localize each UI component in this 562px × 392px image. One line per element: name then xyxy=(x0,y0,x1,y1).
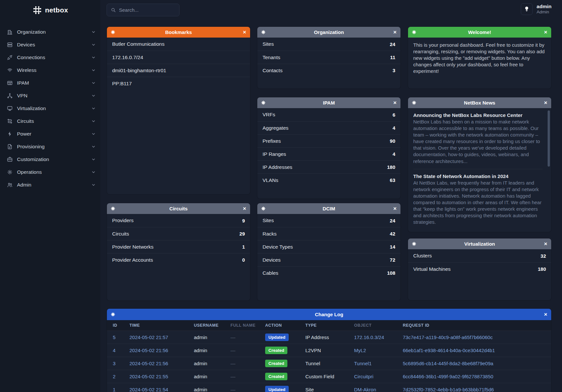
change-time-link[interactable]: 2024-05-02 21:56 xyxy=(129,348,168,353)
stat-value[interactable]: 32 xyxy=(540,253,546,259)
theme-toggle-button[interactable] xyxy=(521,3,533,15)
user-menu[interactable]: admin Admin xyxy=(521,3,552,15)
change-request-id-link[interactable]: 6cc84466-36b1-499f-9a02-9f6278873850 xyxy=(403,374,493,379)
change-request-id-link[interactable]: 66eb1af1-e938-4614-b40a-0ce30442d4b1 xyxy=(403,348,495,353)
stat-value[interactable]: 4 xyxy=(393,151,395,157)
gear-icon[interactable] xyxy=(111,312,115,317)
gear-icon[interactable] xyxy=(111,30,115,34)
bookmark-item[interactable]: PP:B117 xyxy=(107,77,250,90)
sidebar-item-provisioning[interactable]: Provisioning xyxy=(0,140,100,153)
close-icon[interactable]: × xyxy=(393,206,397,211)
change-request-id-link[interactable]: 5c6895d6-cb14-445f-8da2-8be68f79e09a xyxy=(403,361,493,366)
stat-label[interactable]: VLANs xyxy=(263,177,278,183)
gear-icon[interactable] xyxy=(412,242,416,246)
scrollbar-thumb[interactable] xyxy=(548,110,550,167)
gear-icon[interactable] xyxy=(261,101,265,105)
stat-value[interactable]: 72 xyxy=(390,257,395,263)
stat-value[interactable]: 11 xyxy=(390,55,395,60)
stat-label[interactable]: Provider Networks xyxy=(112,244,154,250)
stat-label[interactable]: Sites xyxy=(263,218,274,223)
gear-icon[interactable] xyxy=(412,30,416,34)
stat-value[interactable]: 24 xyxy=(390,218,395,223)
stat-value[interactable]: 24 xyxy=(390,41,395,47)
sidebar-item-power[interactable]: Power xyxy=(0,127,100,140)
sidebar-item-organization[interactable]: Organization xyxy=(0,25,100,38)
close-icon[interactable]: × xyxy=(544,100,547,106)
stat-value[interactable]: 14 xyxy=(390,244,395,250)
stat-value[interactable]: 0 xyxy=(242,257,245,263)
change-object-link[interactable]: Circuitpri xyxy=(354,374,373,379)
stat-value[interactable]: 42 xyxy=(390,231,395,237)
sidebar-item-ipam[interactable]: IPAM xyxy=(0,76,100,89)
sidebar-item-admin[interactable]: Admin xyxy=(0,178,100,191)
close-icon[interactable]: × xyxy=(393,100,397,106)
change-id-link[interactable]: 5 xyxy=(113,335,115,340)
stat-label[interactable]: Providers xyxy=(112,218,133,223)
stat-label[interactable]: Provider Accounts xyxy=(112,257,153,263)
change-id-link[interactable]: 2 xyxy=(113,374,115,379)
close-icon[interactable]: × xyxy=(393,29,397,35)
change-object-link[interactable]: Tunnel1 xyxy=(354,361,372,366)
stat-value[interactable]: 4 xyxy=(393,125,395,131)
change-time-link[interactable]: 2024-05-02 21:54 xyxy=(129,387,168,392)
sidebar-item-customization[interactable]: Customization xyxy=(0,153,100,166)
stat-value[interactable]: 6 xyxy=(393,112,395,118)
stat-value[interactable]: 180 xyxy=(387,164,395,170)
gear-icon[interactable] xyxy=(111,206,115,211)
sidebar-item-connections[interactable]: Connections xyxy=(0,51,100,64)
stat-label[interactable]: Cables xyxy=(263,270,278,276)
sidebar-item-circuits[interactable]: Circuits xyxy=(0,115,100,127)
stat-label[interactable]: Tenants xyxy=(263,55,280,60)
news-article-title[interactable]: Announcing the NetBox Labs Resource Cent… xyxy=(413,112,543,118)
search-input[interactable] xyxy=(119,7,175,13)
stat-value[interactable]: 9 xyxy=(242,218,245,223)
gear-icon[interactable] xyxy=(412,101,416,105)
stat-value[interactable]: 180 xyxy=(538,266,546,272)
stat-label[interactable]: Clusters xyxy=(413,253,432,259)
change-request-id-link[interactable]: 7d2532f0-7852-4ebb-b1a9-b63bbb71f5d6 xyxy=(403,387,494,392)
change-time-link[interactable]: 2024-05-02 21:55 xyxy=(129,374,168,379)
stat-label[interactable]: IP Addresses xyxy=(263,164,292,170)
stat-label[interactable]: Virtual Machines xyxy=(413,266,451,272)
stat-label[interactable]: Sites xyxy=(263,41,274,47)
sidebar-item-operations[interactable]: Operations xyxy=(0,166,100,178)
change-time-link[interactable]: 2024-05-02 21:56 xyxy=(129,361,168,366)
close-icon[interactable]: × xyxy=(544,29,547,35)
change-object-link[interactable]: DM-Akron xyxy=(354,387,376,392)
close-icon[interactable]: × xyxy=(243,29,246,35)
bookmark-item[interactable]: Butler Communications xyxy=(107,38,250,51)
stat-value[interactable]: 90 xyxy=(390,138,395,144)
close-icon[interactable]: × xyxy=(544,241,547,247)
bookmark-item[interactable]: dmi01-binghamton-rtr01 xyxy=(107,64,250,77)
close-icon[interactable]: × xyxy=(243,206,246,211)
sidebar-item-devices[interactable]: Devices xyxy=(0,38,100,51)
change-id-link[interactable]: 3 xyxy=(113,361,115,366)
stat-value[interactable]: 108 xyxy=(387,270,395,276)
news-article-title[interactable]: The State of Network Automation in 2024 xyxy=(413,173,543,179)
stat-label[interactable]: Racks xyxy=(263,231,277,237)
stat-label[interactable]: IP Ranges xyxy=(263,151,286,157)
change-time-link[interactable]: 2024-05-02 21:57 xyxy=(129,335,168,340)
sidebar-item-virtualization[interactable]: Virtualization xyxy=(0,102,100,115)
gear-icon[interactable] xyxy=(261,206,265,211)
stat-value[interactable]: 1 xyxy=(242,244,245,250)
stat-label[interactable]: Device Types xyxy=(263,244,293,250)
gear-icon[interactable] xyxy=(261,30,265,34)
change-object-link[interactable]: 172.16.0.3/24 xyxy=(354,335,384,340)
change-object-link[interactable]: MyL2 xyxy=(354,348,366,353)
stat-value[interactable]: 29 xyxy=(239,231,245,237)
bookmark-item[interactable]: 172.16.0.7/24 xyxy=(107,51,250,64)
stat-value[interactable]: 3 xyxy=(393,68,395,73)
change-request-id-link[interactable]: 73c7e417-a119-40c9-a08f-a65f7b66060c xyxy=(403,335,493,340)
change-id-link[interactable]: 1 xyxy=(113,387,115,392)
stat-value[interactable]: 63 xyxy=(390,177,395,183)
brand[interactable]: netbox xyxy=(0,0,100,18)
stat-label[interactable]: Contacts xyxy=(263,68,282,74)
stat-label[interactable]: Circuits xyxy=(112,231,129,237)
stat-label[interactable]: Prefixes xyxy=(263,138,281,144)
change-id-link[interactable]: 4 xyxy=(113,348,115,353)
sidebar-item-wireless[interactable]: Wireless xyxy=(0,64,100,76)
close-icon[interactable]: × xyxy=(544,312,547,317)
stat-label[interactable]: VRFs xyxy=(263,112,275,118)
stat-label[interactable]: Aggregates xyxy=(263,125,288,131)
